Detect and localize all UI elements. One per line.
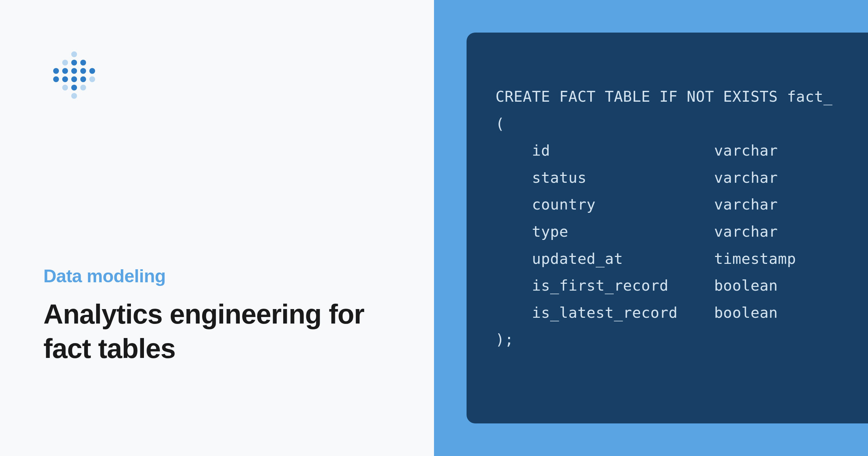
svg-point-13	[89, 76, 95, 82]
svg-point-11	[71, 76, 77, 82]
svg-point-6	[71, 68, 77, 74]
svg-point-17	[71, 93, 77, 99]
svg-point-9	[53, 76, 59, 82]
logo-icon	[47, 49, 101, 105]
svg-point-4	[53, 68, 59, 74]
svg-point-10	[62, 76, 68, 82]
left-panel: Data modeling Analytics engineering for …	[0, 0, 434, 456]
svg-point-15	[71, 85, 77, 90]
svg-point-14	[62, 85, 68, 90]
right-panel: CREATE FACT TABLE IF NOT EXISTS fact_ ( …	[434, 0, 868, 456]
code-text: CREATE FACT TABLE IF NOT EXISTS fact_ ( …	[495, 83, 868, 353]
svg-point-3	[80, 60, 86, 66]
category-label: Data modeling	[43, 266, 391, 287]
svg-point-0	[71, 51, 77, 57]
code-block: CREATE FACT TABLE IF NOT EXISTS fact_ ( …	[467, 33, 868, 423]
svg-point-7	[80, 68, 86, 74]
svg-point-5	[62, 68, 68, 74]
page-title: Analytics engineering for fact tables	[43, 297, 391, 366]
svg-point-16	[80, 85, 86, 90]
svg-point-1	[62, 60, 68, 66]
svg-point-12	[80, 76, 86, 82]
svg-point-2	[71, 60, 77, 66]
svg-point-8	[89, 68, 95, 74]
